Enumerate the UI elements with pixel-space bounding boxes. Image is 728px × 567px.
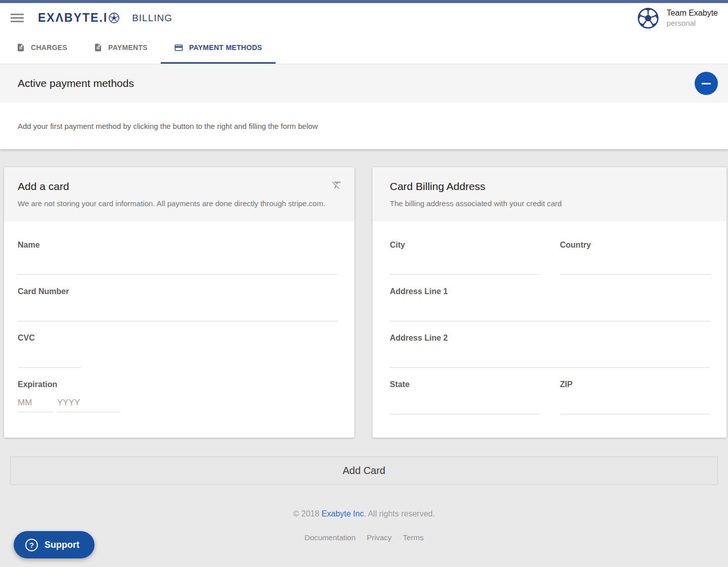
clear-form-button[interactable] [331,179,342,192]
zip-input[interactable] [560,389,711,414]
tab-payment-methods[interactable]: PAYMENT METHODS [161,33,276,64]
country-field: Country [560,241,711,275]
address-line2-input[interactable] [390,343,710,368]
address-line2-field: Address Line 2 [390,334,710,368]
billing-address-body: City Country Address Line 1 Address Line… [373,221,726,438]
add-card-body: Name Card Number CVC Expiration [4,221,354,438]
active-methods-hint: Add your first payment method by clickin… [0,103,728,149]
billing-address-panel: Card Billing Address The billing address… [373,167,726,438]
company-link[interactable]: Exabyte Inc [322,509,364,518]
page-footer: © 2018 Exabyte Inc. All rights reserved.… [0,509,728,542]
privacy-link[interactable]: Privacy [367,533,391,542]
add-card-subtitle: We are not storing your card information… [18,199,341,208]
billing-address-header: Card Billing Address The billing address… [373,167,726,221]
app-header: EXΛBYTE.I BILLING Team Exabyte [0,3,728,33]
address-line2-label: Address Line 2 [390,334,710,343]
tab-label: PAYMENTS [108,43,148,52]
cvc-label: CVC [18,334,338,343]
add-card-button[interactable]: Add Card [10,456,718,485]
cvc-input[interactable] [18,343,81,368]
collapse-section-button[interactable] [695,72,718,95]
credit-card-icon [174,43,184,53]
help-icon: ? [25,539,38,551]
hamburger-menu-icon[interactable] [11,12,24,24]
add-card-header: Add a card We are not storing your card … [4,167,354,221]
city-country-row: City Country [390,228,710,275]
copyright-prefix: © 2018 [293,509,320,518]
card-number-field: Card Number [18,287,338,321]
country-input[interactable] [560,250,711,275]
logo-text: EXΛBYTE.I [38,11,108,25]
terms-link[interactable]: Terms [403,533,424,542]
expiration-month-input[interactable] [18,393,53,412]
state-zip-row: State ZIP [390,368,710,414]
hint-text: Add your first payment method by clickin… [18,122,318,130]
footer-links: Documentation Privacy Terms [0,533,728,542]
address-line1-input[interactable] [390,296,710,321]
team-scope: personal [667,18,718,28]
billing-tabs: CHARGES PAYMENTS PAYMENT METHODS [0,33,728,64]
payment-forms: Add a card We are not storing your card … [0,149,728,438]
card-number-label: Card Number [18,287,338,296]
support-label: Support [44,540,79,550]
tab-payments[interactable]: PAYMENTS [80,33,161,64]
document-icon [16,43,25,52]
state-input[interactable] [390,389,540,414]
cvc-field: CVC [18,334,338,368]
name-label: Name [18,241,338,250]
city-label: City [390,241,540,250]
copyright-suffix: . All rights reserved. [364,509,435,518]
state-field: State [390,380,540,414]
page-title: BILLING [132,13,172,24]
tab-charges[interactable]: CHARGES [3,33,80,64]
billing-address-title: Card Billing Address [390,180,713,193]
document-icon [94,43,103,52]
expiration-inputs [18,393,338,412]
soccer-ball-icon [108,12,120,24]
city-field: City [390,241,540,275]
tab-label: PAYMENT METHODS [189,43,262,52]
address-line1-field: Address Line 1 [390,287,710,321]
section-title: Active payment methods [18,77,134,89]
state-label: State [390,380,540,389]
address-line1-label: Address Line 1 [390,287,710,296]
team-info: Team Exabyte personal [667,8,718,29]
name-input[interactable] [18,250,338,275]
support-button[interactable]: ? Support [14,531,95,558]
tab-label: CHARGES [31,43,67,52]
team-avatar[interactable] [636,7,660,30]
name-field: Name [18,241,338,275]
city-input[interactable] [390,250,540,275]
expiration-year-input[interactable] [57,393,120,412]
active-methods-header: Active payment methods [0,64,728,103]
minus-icon [702,83,711,84]
expiration-label: Expiration [18,380,338,389]
zip-field: ZIP [560,380,711,414]
exabyte-logo[interactable]: EXΛBYTE.I [38,11,120,25]
format-clear-icon [331,179,342,192]
add-card-title: Add a card [18,180,341,193]
documentation-link[interactable]: Documentation [304,533,355,542]
copyright-line: © 2018 Exabyte Inc. All rights reserved. [0,509,728,518]
team-name: Team Exabyte [667,8,718,19]
billing-address-subtitle: The billing address associated with your… [390,199,713,208]
country-label: Country [560,241,711,250]
account-area: Team Exabyte personal [636,7,718,30]
zip-label: ZIP [560,380,711,389]
add-card-panel: Add a card We are not storing your card … [4,167,354,438]
card-number-input[interactable] [18,296,338,321]
expiration-field: Expiration [18,380,338,412]
